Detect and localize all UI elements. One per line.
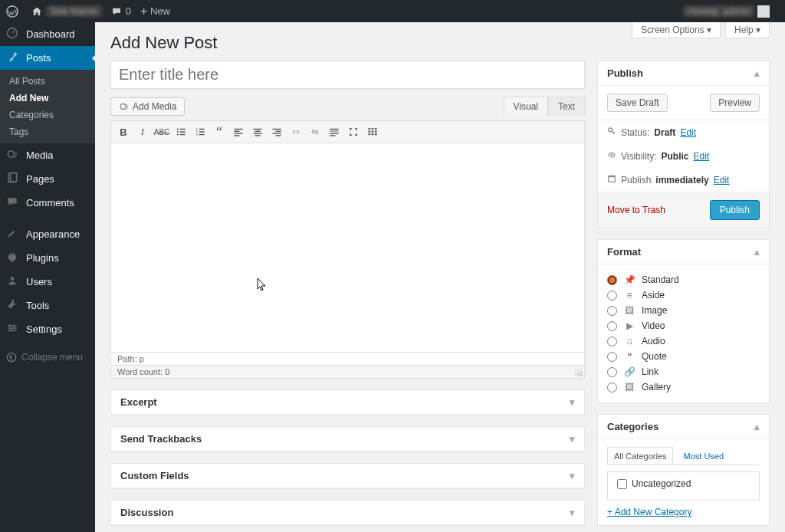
users-icon xyxy=(6,274,21,289)
menu-posts[interactable]: Posts xyxy=(0,46,95,70)
most-used-tab[interactable]: Most Used xyxy=(676,447,731,465)
format-radio[interactable] xyxy=(607,306,617,316)
ul-button[interactable] xyxy=(173,124,189,140)
align-right-button[interactable] xyxy=(269,124,284,140)
menu-media[interactable]: Media xyxy=(0,143,95,167)
all-categories-tab[interactable]: All Categories xyxy=(607,447,673,465)
format-option-standard[interactable]: 📌 Standard xyxy=(607,272,760,287)
svg-point-16 xyxy=(177,133,179,135)
format-radio[interactable] xyxy=(607,291,617,300)
comments-count: 0 xyxy=(126,5,131,17)
strike-button[interactable]: ABC xyxy=(154,124,169,140)
format-icon: ❝ xyxy=(623,351,636,362)
svg-rect-42 xyxy=(368,128,370,130)
submenu-add-new[interactable]: Add New xyxy=(0,90,95,107)
menu-label: Appearance xyxy=(26,228,80,240)
eye-icon xyxy=(607,150,616,162)
chevron-up-icon: ▴ xyxy=(754,421,760,432)
format-option-quote[interactable]: ❝ Quote xyxy=(607,349,760,364)
add-category-link[interactable]: + Add New Category xyxy=(607,507,691,517)
format-option-gallery[interactable]: 🖼 Gallery xyxy=(607,379,760,395)
svg-rect-28 xyxy=(234,133,242,133)
more-button[interactable] xyxy=(327,124,342,140)
visual-tab[interactable]: Visual xyxy=(504,97,548,116)
submenu-all-posts[interactable]: All Posts xyxy=(0,73,95,90)
trackbacks-toggle[interactable]: Send Trackbacks▾ xyxy=(111,427,584,452)
edit-visibility-link[interactable]: Edit xyxy=(693,151,709,162)
user-menu[interactable]: Howdy, admin xyxy=(683,5,770,18)
format-radio[interactable] xyxy=(607,367,617,377)
custom-fields-toggle[interactable]: Custom Fields▾ xyxy=(111,464,584,488)
svg-point-14 xyxy=(177,128,179,130)
format-radio[interactable] xyxy=(607,321,617,331)
help-tab[interactable]: Help ▾ xyxy=(725,22,770,38)
home-link[interactable]: Site Name xyxy=(31,5,102,17)
format-label: Standard xyxy=(642,274,679,285)
key-icon xyxy=(607,126,616,138)
uncategorized-checkbox[interactable] xyxy=(617,479,627,489)
preview-button[interactable]: Preview xyxy=(710,94,760,112)
move-to-trash-link[interactable]: Move to Trash xyxy=(607,205,665,215)
svg-rect-45 xyxy=(368,131,370,133)
editor-content[interactable] xyxy=(110,143,585,353)
menu-appearance[interactable]: Appearance xyxy=(0,222,95,246)
wp-logo[interactable] xyxy=(6,5,22,18)
submenu-categories[interactable]: Categories xyxy=(0,107,95,123)
cursor-icon xyxy=(257,277,268,294)
submenu-tags[interactable]: Tags xyxy=(0,123,95,140)
bold-button[interactable]: B xyxy=(116,124,131,140)
format-radio[interactable] xyxy=(607,337,617,346)
edit-status-link[interactable]: Edit xyxy=(680,127,696,138)
post-title-input[interactable] xyxy=(110,61,585,89)
chevron-down-icon: ▾ xyxy=(756,25,760,35)
publish-button[interactable]: Publish xyxy=(710,200,760,220)
format-radio[interactable] xyxy=(607,275,617,285)
italic-button[interactable]: I xyxy=(135,124,150,140)
menu-label: Posts xyxy=(26,52,51,64)
format-radio[interactable] xyxy=(607,352,617,362)
format-radio[interactable] xyxy=(607,383,617,392)
format-option-link[interactable]: 🔗 Link xyxy=(607,364,760,379)
align-center-button[interactable] xyxy=(250,124,265,140)
comments-link[interactable]: 0 xyxy=(111,5,131,17)
new-link[interactable]: + New xyxy=(140,5,170,18)
ol-button[interactable]: 123 xyxy=(192,124,208,140)
resize-grip[interactable] xyxy=(575,369,583,376)
menu-dashboard[interactable]: Dashboard xyxy=(0,22,95,46)
menu-users[interactable]: Users xyxy=(0,270,95,294)
link-button[interactable] xyxy=(288,124,304,140)
format-toggle[interactable]: Format▴ xyxy=(598,240,769,264)
word-count: Word count: 0 xyxy=(110,366,585,379)
format-option-image[interactable]: 🖼 Image xyxy=(607,303,760,318)
screen-options-tab[interactable]: Screen Options ▾ xyxy=(632,22,721,38)
format-option-audio[interactable]: ♫ Audio xyxy=(607,333,760,349)
add-media-label: Add Media xyxy=(133,101,176,112)
user-label: Howdy, admin xyxy=(683,5,754,17)
add-media-button[interactable]: Add Media xyxy=(110,97,185,116)
text-tab[interactable]: Text xyxy=(548,97,585,116)
menu-comments[interactable]: Comments xyxy=(0,191,95,215)
excerpt-toggle[interactable]: Excerpt▾ xyxy=(111,390,584,415)
menu-tools[interactable]: Tools xyxy=(0,294,95,317)
kitchen-sink-button[interactable] xyxy=(365,124,380,140)
custom-fields-box: Custom Fields▾ xyxy=(110,463,585,489)
format-box: Format▴ 📌 Standard ≡ Aside 🖼 Image ▶ Vid… xyxy=(597,239,770,403)
format-option-video[interactable]: ▶ Video xyxy=(607,318,760,333)
categories-toggle[interactable]: Categories▴ xyxy=(598,415,769,439)
discussion-toggle[interactable]: Discussion▾ xyxy=(111,501,584,525)
menu-pages[interactable]: Pages xyxy=(0,167,95,191)
format-icon: 🔗 xyxy=(623,366,636,377)
align-left-button[interactable] xyxy=(231,124,246,140)
status-row: Status: Draft Edit xyxy=(598,120,769,144)
save-draft-button[interactable]: Save Draft xyxy=(607,94,668,112)
format-icon: ♫ xyxy=(623,336,636,346)
edit-schedule-link[interactable]: Edit xyxy=(714,175,730,186)
publish-toggle[interactable]: Publish▴ xyxy=(598,61,769,86)
fullscreen-button[interactable] xyxy=(346,124,361,140)
format-option-aside[interactable]: ≡ Aside xyxy=(607,287,760,303)
unlink-button[interactable] xyxy=(307,124,323,140)
menu-settings[interactable]: Settings xyxy=(0,317,95,341)
quote-button[interactable]: “ xyxy=(212,124,227,140)
collapse-menu[interactable]: Collapse menu xyxy=(0,346,95,369)
menu-plugins[interactable]: Plugins xyxy=(0,246,95,270)
